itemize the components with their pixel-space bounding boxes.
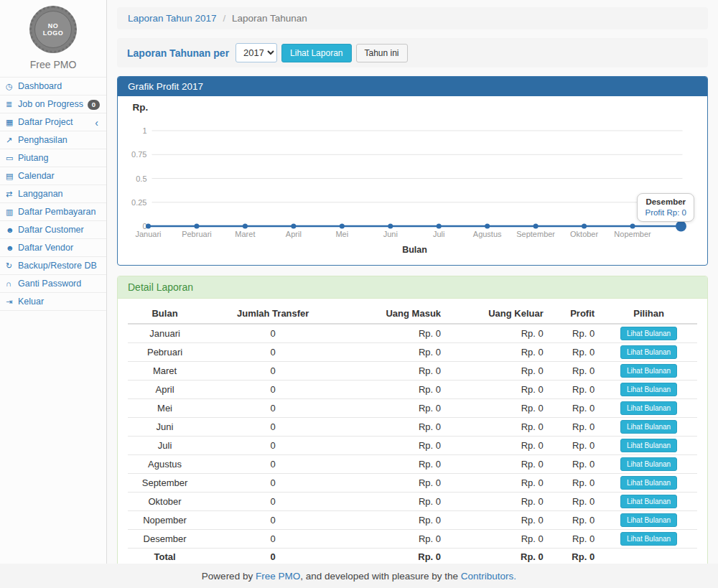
table-cell: Rp. 0 <box>447 437 549 455</box>
sidebar-item-ganti-password[interactable]: ∩Ganti Password <box>0 275 106 293</box>
table-cell: Rp. 0 <box>447 511 549 530</box>
data-point <box>533 224 538 229</box>
table-cell: Rp. 0 <box>344 381 447 399</box>
table-cell: Rp. 0 <box>549 324 600 343</box>
table-cell: Rp. 0 <box>344 549 447 564</box>
data-point <box>388 224 393 229</box>
view-month-button[interactable]: Lihat Bulanan <box>620 345 677 359</box>
sidebar-item-daftar-customer[interactable]: ☻Daftar Customer <box>0 221 106 239</box>
sidebar-item-piutang[interactable]: ▭Piutang <box>0 149 106 167</box>
y-axis-label: Rp. <box>133 102 149 113</box>
footer-link-contributors[interactable]: Contributors. <box>461 571 516 582</box>
x-tick-label: Agustus <box>473 230 502 238</box>
column-header-uang-keluar: Uang Keluar <box>447 304 549 324</box>
year-select[interactable]: 2017 <box>236 43 277 62</box>
view-month-button[interactable]: Lihat Bulanan <box>620 476 677 490</box>
sidebar-item-penghasilan[interactable]: ↗Penghasilan <box>0 131 106 149</box>
sidebar-menu: ◷Dashboard≣Job on Progress0▦Daftar Proje… <box>0 77 106 311</box>
table-row: April0Rp. 0Rp. 0Rp. 0Lihat Bulanan <box>128 381 697 399</box>
breadcrumb-current: Laporan Tahunan <box>232 13 307 24</box>
table-cell: 0 <box>202 343 344 362</box>
sign-out-icon: ⇥ <box>6 297 18 307</box>
table-row: Mei0Rp. 0Rp. 0Rp. 0Lihat Bulanan <box>128 399 697 418</box>
app-logo: NO LOGO <box>29 6 77 53</box>
table-cell: Rp. 0 <box>549 343 600 362</box>
table-cell: Rp. 0 <box>447 343 549 362</box>
view-month-button[interactable]: Lihat Bulanan <box>620 401 677 415</box>
page: NO LOGO Free PMO ◷Dashboard≣Job on Progr… <box>0 0 718 564</box>
x-tick-label: Juni <box>383 230 398 238</box>
table-cell-action: Lihat Bulanan <box>600 437 697 455</box>
logo-text-line1: NO <box>48 22 59 29</box>
table-cell: Nopember <box>128 511 202 530</box>
table-cell: 0 <box>202 324 344 343</box>
table-cell: Desember <box>128 530 202 549</box>
table-icon: ▦ <box>6 117 18 128</box>
sidebar-item-daftar-vendor[interactable]: ☻Daftar Vendor <box>0 239 106 257</box>
footer-link-freepmo[interactable]: Free PMO <box>256 571 300 582</box>
view-month-button[interactable]: Lihat Bulanan <box>620 495 677 508</box>
sidebar-item-job-on-progress[interactable]: ≣Job on Progress0 <box>0 95 106 113</box>
table-cell: Rp. 0 <box>344 362 447 381</box>
table-row: Juni0Rp. 0Rp. 0Rp. 0Lihat Bulanan <box>128 418 697 437</box>
column-header-bulan: Bulan <box>128 304 202 324</box>
table-cell: Rp. 0 <box>549 418 600 437</box>
sidebar-item-calendar[interactable]: ▤Calendar <box>0 167 106 185</box>
table-cell: Rp. 0 <box>447 455 549 474</box>
x-tick-label: Nopember <box>614 230 651 238</box>
logo-text-line2: LOGO <box>43 29 64 37</box>
view-month-button[interactable]: Lihat Bulanan <box>620 513 677 527</box>
view-month-button[interactable]: Lihat Bulanan <box>620 383 677 396</box>
sidebar-item-daftar-project[interactable]: ▦Daftar Project‹ <box>0 113 106 131</box>
data-point <box>485 224 490 229</box>
data-point <box>630 224 635 229</box>
sidebar-item-backup-restore-db[interactable]: ↻Backup/Restore DB <box>0 257 106 275</box>
current-year-button[interactable]: Tahun ini <box>356 44 408 62</box>
refresh-icon: ↻ <box>6 261 18 271</box>
view-month-button[interactable]: Lihat Bulanan <box>620 420 677 434</box>
data-point <box>146 224 151 229</box>
tooltip-value: Profit Rp: 0 <box>645 208 686 217</box>
view-month-button[interactable]: Lihat Bulanan <box>620 439 677 452</box>
table-row: Nopember0Rp. 0Rp. 0Rp. 0Lihat Bulanan <box>128 511 697 530</box>
table-cell: 0 <box>202 530 344 549</box>
table-cell-action: Lihat Bulanan <box>600 474 697 493</box>
tooltip-title: Desember <box>645 197 686 206</box>
sidebar-item-langganan[interactable]: ⇄Langganan <box>0 185 106 203</box>
table-cell: 0 <box>202 455 344 474</box>
y-tick-label: 1 <box>142 126 146 135</box>
sidebar-item-dashboard[interactable]: ◷Dashboard <box>0 78 106 95</box>
sidebar-item-label: Keluar <box>18 297 100 307</box>
table-cell: Rp. 0 <box>549 437 600 455</box>
table-row: Agustus0Rp. 0Rp. 0Rp. 0Lihat Bulanan <box>128 455 697 474</box>
breadcrumb-link[interactable]: Laporan Tahun 2017 <box>128 13 217 24</box>
table-cell: 0 <box>202 418 344 437</box>
tasks-icon: ≣ <box>6 99 18 110</box>
table-cell: Rp. 0 <box>447 399 549 418</box>
table-cell: Rp. 0 <box>447 324 549 343</box>
y-tick-label: 0.5 <box>136 174 146 183</box>
table-cell: Rp. 0 <box>549 381 600 399</box>
sidebar-item-keluar[interactable]: ⇥Keluar <box>0 293 106 311</box>
table-cell-action: Lihat Bulanan <box>600 324 697 343</box>
sidebar-item-label: Backup/Restore DB <box>18 261 100 271</box>
table-cell: Rp. 0 <box>344 511 447 530</box>
view-month-button[interactable]: Lihat Bulanan <box>620 457 677 471</box>
table-cell: Pebruari <box>128 343 202 362</box>
detail-report-panel: Detail Laporan BulanJumlah TransferUang … <box>117 276 708 564</box>
view-month-button[interactable]: Lihat Bulanan <box>620 532 677 546</box>
table-cell: Juli <box>128 437 202 455</box>
breadcrumb-separator: / <box>223 13 225 24</box>
sidebar-item-daftar-pembayaran[interactable]: ▥Daftar Pembayaran <box>0 203 106 221</box>
profit-line-chart[interactable]: Rp.10.750.50.250JanuariPebruariMaretApri… <box>128 99 697 261</box>
table-cell: Rp. 0 <box>447 362 549 381</box>
data-point-highlighted <box>676 221 686 232</box>
x-tick-label: Oktober <box>570 230 598 238</box>
view-month-button[interactable]: Lihat Bulanan <box>620 364 677 378</box>
table-cell: Juni <box>128 418 202 437</box>
view-month-button[interactable]: Lihat Bulanan <box>620 327 677 340</box>
view-report-button[interactable]: Lihat Laporan <box>281 44 351 62</box>
line-chart-icon: ↗ <box>6 135 18 146</box>
table-cell: Rp. 0 <box>549 530 600 549</box>
footer-middle: , and developed with pleasure by the <box>300 571 461 582</box>
